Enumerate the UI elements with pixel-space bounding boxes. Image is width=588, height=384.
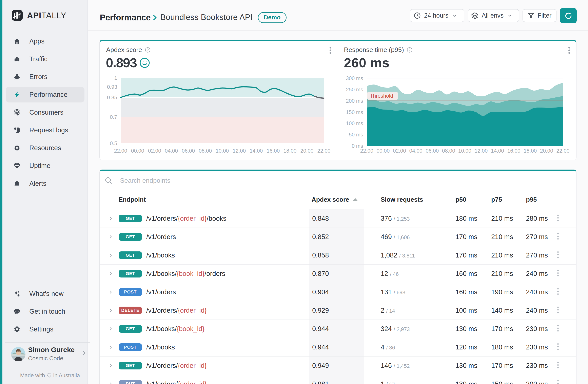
svg-text:04:00: 04:00 xyxy=(409,148,422,154)
svg-text:00:00: 00:00 xyxy=(377,148,390,154)
svg-text:20:00: 20:00 xyxy=(300,148,314,154)
svg-text:22:00: 22:00 xyxy=(360,148,373,154)
svg-text:14:00: 14:00 xyxy=(491,148,504,154)
svg-text:18:00: 18:00 xyxy=(283,148,296,154)
svg-text:200 ms: 200 ms xyxy=(346,98,363,104)
svg-text:08:00: 08:00 xyxy=(199,148,212,154)
svg-text:08:00: 08:00 xyxy=(442,148,455,154)
svg-text:300 ms: 300 ms xyxy=(346,75,363,81)
svg-text:12:00: 12:00 xyxy=(232,148,246,154)
svg-text:16:00: 16:00 xyxy=(267,148,280,154)
svg-text:22:00: 22:00 xyxy=(556,148,569,154)
svg-text:100 ms: 100 ms xyxy=(346,120,363,126)
svg-text:02:00: 02:00 xyxy=(148,148,161,154)
svg-text:10:00: 10:00 xyxy=(458,148,471,154)
svg-text:1: 1 xyxy=(114,75,117,81)
svg-text:Threshold: Threshold xyxy=(370,93,393,99)
svg-text:20:00: 20:00 xyxy=(540,148,553,154)
svg-text:50 ms: 50 ms xyxy=(349,131,363,138)
svg-text:14:00: 14:00 xyxy=(250,148,263,154)
svg-text:06:00: 06:00 xyxy=(425,148,439,154)
svg-text:250 ms: 250 ms xyxy=(346,86,363,93)
svg-text:10:00: 10:00 xyxy=(216,148,229,154)
svg-text:04:00: 04:00 xyxy=(165,148,178,154)
svg-text:22:00: 22:00 xyxy=(317,148,330,154)
svg-text:02:00: 02:00 xyxy=(393,148,406,154)
svg-text:18:00: 18:00 xyxy=(524,148,537,154)
svg-text:150 ms: 150 ms xyxy=(346,109,363,115)
svg-text:16:00: 16:00 xyxy=(507,148,520,154)
svg-text:0.93: 0.93 xyxy=(107,84,117,90)
svg-text:12:00: 12:00 xyxy=(474,148,488,154)
svg-text:0.5: 0.5 xyxy=(110,140,117,146)
svg-text:0.7: 0.7 xyxy=(110,114,117,120)
svg-text:22:00: 22:00 xyxy=(114,148,127,154)
svg-text:00:00: 00:00 xyxy=(131,148,144,154)
svg-text:06:00: 06:00 xyxy=(182,148,195,154)
svg-text:0.85: 0.85 xyxy=(107,94,117,100)
